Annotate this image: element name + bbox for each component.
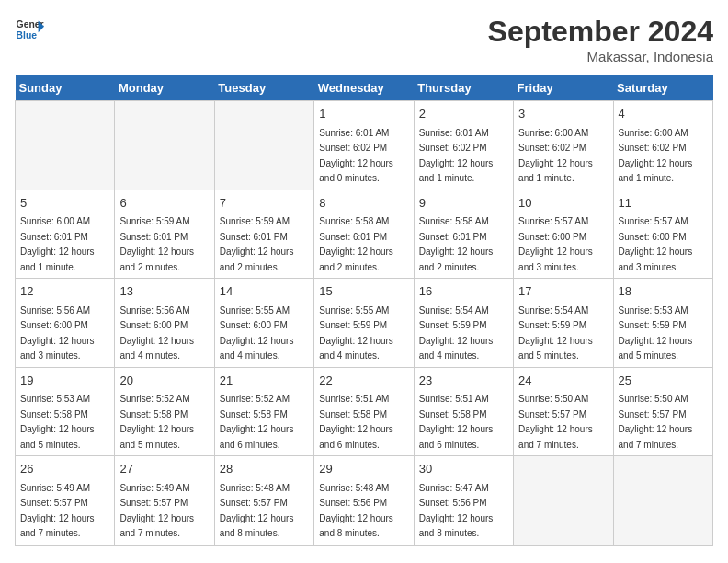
day-info: Sunrise: 5:58 AMSunset: 6:01 PMDaylight:… (419, 216, 494, 272)
day-number: 4 (619, 105, 708, 123)
calendar-day-cell (115, 101, 214, 190)
weekday-header: Saturday (613, 75, 712, 101)
day-number: 25 (619, 372, 708, 390)
calendar-day-cell: 18Sunrise: 5:53 AMSunset: 5:59 PMDayligh… (613, 279, 712, 368)
calendar-day-cell: 21Sunrise: 5:52 AMSunset: 5:58 PMDayligh… (214, 367, 313, 456)
day-number: 29 (319, 460, 408, 478)
calendar-day-cell: 13Sunrise: 5:56 AMSunset: 6:00 PMDayligh… (115, 279, 214, 368)
day-info: Sunrise: 5:48 AMSunset: 5:56 PMDaylight:… (319, 483, 393, 539)
day-number: 1 (319, 105, 408, 123)
day-info: Sunrise: 5:51 AMSunset: 5:58 PMDaylight:… (419, 394, 494, 450)
day-number: 22 (319, 372, 408, 390)
day-info: Sunrise: 5:59 AMSunset: 6:01 PMDaylight:… (220, 216, 294, 272)
calendar-day-cell: 25Sunrise: 5:50 AMSunset: 5:57 PMDayligh… (613, 367, 712, 456)
day-number: 15 (319, 282, 408, 301)
day-number: 19 (20, 372, 109, 390)
page-header: General Blue September 2024 Makassar, In… (15, 15, 713, 64)
calendar-day-cell: 28Sunrise: 5:48 AMSunset: 5:57 PMDayligh… (214, 456, 313, 546)
calendar-week-row: 19Sunrise: 5:53 AMSunset: 5:58 PMDayligh… (16, 367, 713, 456)
day-info: Sunrise: 5:52 AMSunset: 5:58 PMDaylight:… (119, 394, 194, 450)
calendar-day-cell (613, 456, 712, 546)
calendar-day-cell: 7Sunrise: 5:59 AMSunset: 6:01 PMDaylight… (214, 190, 313, 279)
day-info: Sunrise: 5:52 AMSunset: 5:58 PMDaylight:… (220, 394, 294, 450)
calendar-day-cell: 12Sunrise: 5:56 AMSunset: 6:00 PMDayligh… (16, 279, 115, 368)
calendar-day-cell: 4Sunrise: 6:00 AMSunset: 6:02 PMDaylight… (613, 101, 712, 190)
month-title: September 2024 (488, 15, 713, 49)
day-number: 10 (518, 194, 608, 213)
day-info: Sunrise: 5:56 AMSunset: 6:00 PMDaylight:… (119, 305, 194, 362)
title-block: September 2024 Makassar, Indonesia (488, 15, 713, 64)
calendar-day-cell: 3Sunrise: 6:00 AMSunset: 6:02 PMDaylight… (514, 101, 613, 190)
calendar-day-cell: 29Sunrise: 5:48 AMSunset: 5:56 PMDayligh… (314, 456, 414, 546)
calendar-day-cell: 8Sunrise: 5:58 AMSunset: 6:01 PMDaylight… (314, 190, 414, 279)
day-number: 23 (419, 372, 508, 390)
day-info: Sunrise: 5:57 AMSunset: 6:00 PMDaylight:… (619, 216, 693, 272)
day-info: Sunrise: 5:58 AMSunset: 6:01 PMDaylight:… (319, 216, 393, 272)
weekday-header: Wednesday (314, 75, 414, 101)
day-info: Sunrise: 5:51 AMSunset: 5:58 PMDaylight:… (319, 394, 393, 450)
calendar-day-cell (514, 456, 613, 546)
day-info: Sunrise: 5:55 AMSunset: 5:59 PMDaylight:… (319, 305, 393, 362)
calendar-day-cell: 30Sunrise: 5:47 AMSunset: 5:56 PMDayligh… (414, 456, 513, 546)
day-info: Sunrise: 6:01 AMSunset: 6:02 PMDaylight:… (419, 128, 494, 184)
calendar-day-cell: 20Sunrise: 5:52 AMSunset: 5:58 PMDayligh… (115, 367, 214, 456)
day-number: 12 (20, 282, 109, 301)
day-number: 7 (220, 194, 309, 213)
calendar-day-cell: 2Sunrise: 6:01 AMSunset: 6:02 PMDaylight… (414, 101, 513, 190)
day-number: 28 (220, 460, 309, 478)
day-number: 2 (419, 105, 508, 123)
calendar-day-cell: 17Sunrise: 5:54 AMSunset: 5:59 PMDayligh… (514, 279, 613, 368)
day-info: Sunrise: 5:57 AMSunset: 6:00 PMDaylight:… (518, 216, 593, 272)
day-number: 30 (419, 460, 508, 478)
day-info: Sunrise: 6:00 AMSunset: 6:02 PMDaylight:… (518, 128, 593, 184)
day-number: 14 (220, 282, 309, 301)
day-info: Sunrise: 5:49 AMSunset: 5:57 PMDaylight:… (119, 483, 194, 539)
day-info: Sunrise: 5:47 AMSunset: 5:56 PMDaylight:… (419, 483, 494, 539)
day-number: 18 (619, 282, 708, 301)
svg-text:Blue: Blue (17, 30, 38, 40)
day-info: Sunrise: 5:59 AMSunset: 6:01 PMDaylight:… (119, 216, 194, 272)
day-number: 5 (20, 194, 109, 213)
logo-icon: General Blue (15, 15, 44, 44)
calendar-day-cell: 26Sunrise: 5:49 AMSunset: 5:57 PMDayligh… (16, 456, 115, 546)
calendar-week-row: 26Sunrise: 5:49 AMSunset: 5:57 PMDayligh… (16, 456, 713, 546)
calendar-day-cell: 5Sunrise: 6:00 AMSunset: 6:01 PMDaylight… (16, 190, 115, 279)
calendar-day-cell: 6Sunrise: 5:59 AMSunset: 6:01 PMDaylight… (115, 190, 214, 279)
day-info: Sunrise: 5:49 AMSunset: 5:57 PMDaylight:… (20, 483, 95, 539)
day-number: 20 (119, 372, 209, 390)
weekday-header: Friday (514, 75, 613, 101)
calendar-day-cell: 9Sunrise: 5:58 AMSunset: 6:01 PMDaylight… (414, 190, 513, 279)
day-info: Sunrise: 5:54 AMSunset: 5:59 PMDaylight:… (419, 305, 494, 362)
day-info: Sunrise: 6:00 AMSunset: 6:01 PMDaylight:… (20, 216, 95, 272)
calendar-day-cell: 27Sunrise: 5:49 AMSunset: 5:57 PMDayligh… (115, 456, 214, 546)
calendar-day-cell: 23Sunrise: 5:51 AMSunset: 5:58 PMDayligh… (414, 367, 513, 456)
day-info: Sunrise: 6:01 AMSunset: 6:02 PMDaylight:… (319, 128, 393, 184)
day-info: Sunrise: 5:55 AMSunset: 6:00 PMDaylight:… (220, 305, 294, 362)
calendar-day-cell: 1Sunrise: 6:01 AMSunset: 6:02 PMDaylight… (314, 101, 414, 190)
calendar-day-cell: 16Sunrise: 5:54 AMSunset: 5:59 PMDayligh… (414, 279, 513, 368)
calendar-day-cell: 14Sunrise: 5:55 AMSunset: 6:00 PMDayligh… (214, 279, 313, 368)
calendar-day-cell: 11Sunrise: 5:57 AMSunset: 6:00 PMDayligh… (613, 190, 712, 279)
calendar-day-cell: 22Sunrise: 5:51 AMSunset: 5:58 PMDayligh… (314, 367, 414, 456)
calendar-day-cell: 15Sunrise: 5:55 AMSunset: 5:59 PMDayligh… (314, 279, 414, 368)
calendar-week-row: 1Sunrise: 6:01 AMSunset: 6:02 PMDaylight… (16, 101, 713, 190)
day-number: 11 (619, 194, 708, 213)
day-number: 13 (119, 282, 209, 301)
day-number: 9 (419, 194, 508, 213)
weekday-header: Tuesday (214, 75, 313, 101)
weekday-header: Monday (115, 75, 214, 101)
weekday-header: Sunday (16, 75, 115, 101)
calendar-table: SundayMondayTuesdayWednesdayThursdayFrid… (15, 75, 713, 546)
calendar-day-cell: 19Sunrise: 5:53 AMSunset: 5:58 PMDayligh… (16, 367, 115, 456)
day-info: Sunrise: 5:54 AMSunset: 5:59 PMDaylight:… (518, 305, 593, 362)
calendar-day-cell (214, 101, 313, 190)
day-number: 26 (20, 460, 109, 478)
calendar-week-row: 12Sunrise: 5:56 AMSunset: 6:00 PMDayligh… (16, 279, 713, 368)
day-info: Sunrise: 5:50 AMSunset: 5:57 PMDaylight:… (518, 394, 593, 450)
calendar-day-cell (16, 101, 115, 190)
calendar-day-cell: 10Sunrise: 5:57 AMSunset: 6:00 PMDayligh… (514, 190, 613, 279)
day-info: Sunrise: 5:53 AMSunset: 5:58 PMDaylight:… (20, 394, 95, 450)
day-number: 27 (119, 460, 209, 478)
day-info: Sunrise: 6:00 AMSunset: 6:02 PMDaylight:… (619, 128, 693, 184)
day-number: 16 (419, 282, 508, 301)
